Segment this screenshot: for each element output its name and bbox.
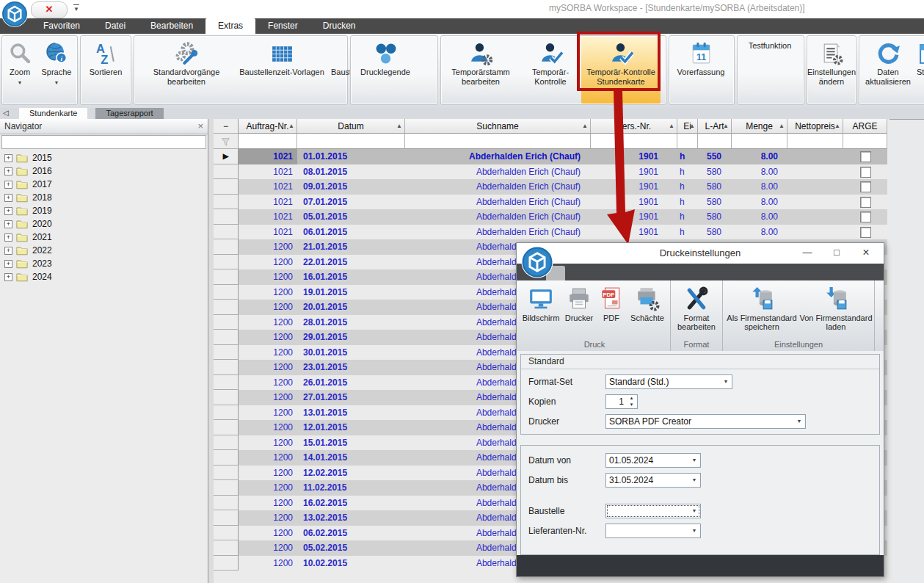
cell-datum[interactable]: 05.02.2015 (297, 540, 405, 556)
tree-expander-icon[interactable]: + (4, 207, 12, 215)
ribbon-button-tempor-r-kontrolle-stundenkarte[interactable]: Temporär-Kontrolle Stundenkarte (581, 37, 661, 104)
table-row[interactable]: 102108.01.2015Abderhalden Erich (Chauf)1… (214, 164, 890, 180)
row-indicator-cell[interactable] (214, 496, 239, 511)
row-indicator-cell[interactable] (214, 466, 239, 481)
row-indicator-cell[interactable] (214, 225, 239, 240)
ribbon-button-zoom[interactable]: Zoom▼ (3, 37, 37, 104)
row-indicator-cell[interactable] (214, 540, 239, 556)
tree-expander-icon[interactable]: + (4, 220, 12, 228)
cell-auftrag[interactable]: 1021 (239, 225, 297, 240)
tree-expander-icon[interactable]: + (4, 194, 12, 202)
tree-expander-icon[interactable]: + (4, 260, 12, 268)
cell-auftrag[interactable]: 1200 (239, 360, 297, 375)
cell-datum[interactable]: 12.01.2015 (297, 420, 405, 435)
combo-lieferanten-nr-[interactable]: ▼ (605, 524, 701, 538)
cell-auftrag[interactable]: 1021 (239, 179, 297, 195)
column-header-arge[interactable]: ARGE (843, 119, 887, 134)
ribbon-button-stun-an[interactable]: Stun an (916, 37, 924, 104)
filter-cell-menge[interactable] (732, 134, 787, 149)
cell-pers[interactable]: 1901 (591, 149, 677, 164)
cell-auftrag[interactable]: 1200 (239, 496, 297, 511)
cell-menge[interactable]: 8.00 (732, 149, 787, 164)
cell-datum[interactable]: 26.01.2015 (297, 375, 405, 391)
cell-arge[interactable] (843, 195, 887, 210)
cell-arge[interactable] (843, 149, 887, 164)
dialog-button-sch-chte[interactable]: Schächte (626, 282, 669, 340)
cell-datum[interactable]: 09.01.2015 (297, 179, 405, 195)
row-indicator-cell[interactable] (214, 164, 239, 180)
cell-suchname[interactable]: Abderhalden Erich (Chauf) (405, 179, 591, 195)
arge-checkbox[interactable] (860, 151, 871, 162)
cell-auftrag[interactable]: 1200 (239, 285, 297, 300)
row-indicator-cell[interactable] (214, 375, 239, 391)
row-indicator-cell[interactable] (214, 405, 239, 421)
tree-item-2016[interactable]: +2016 (3, 164, 206, 178)
cell-auftrag[interactable]: 1200 (239, 435, 297, 451)
quick-access-close-button[interactable]: ✕ (31, 1, 68, 18)
column-header-ei[interactable]: Ei▲ (677, 119, 698, 134)
cell-nettopreis[interactable] (787, 209, 843, 225)
cell-auftrag[interactable]: 1200 (239, 330, 297, 345)
row-indicator-cell[interactable] (214, 526, 239, 541)
cell-datum[interactable]: 07.01.2015 (297, 195, 405, 210)
dialog-button-pdf[interactable]: PDFPDF (597, 282, 626, 340)
tree-expander-icon[interactable]: + (4, 247, 12, 255)
tree-expander-icon[interactable]: + (4, 154, 12, 162)
cell-auftrag[interactable]: 1200 (239, 450, 297, 466)
filter-cell-nettopreis[interactable] (787, 134, 843, 149)
cell-lart[interactable]: 550 (698, 149, 732, 164)
chevron-down-icon[interactable]: ▼ (690, 524, 699, 537)
cell-datum[interactable]: 22.01.2015 (297, 255, 405, 270)
ribbon-button-daten-aktualisieren[interactable]: Daten aktualisieren (860, 37, 916, 104)
tree-item-2022[interactable]: +2022 (3, 244, 206, 257)
cell-lart[interactable]: 580 (698, 225, 732, 240)
cell-auftrag[interactable]: 1200 (239, 315, 297, 330)
ribbon-button-sortieren[interactable]: AZSortieren (81, 37, 130, 104)
chevron-down-icon[interactable]: ▼ (690, 454, 699, 467)
chevron-down-icon[interactable]: ▼ (690, 504, 699, 518)
table-row[interactable]: 102109.01.2015Abderhalden Erich (Chauf)1… (214, 179, 890, 195)
dialog-button-format-bearbeiten[interactable]: Format bearbeiten (672, 282, 721, 340)
cell-auftrag[interactable]: 1200 (239, 375, 297, 391)
menu-tab-datei[interactable]: Datei (92, 18, 138, 34)
cell-datum[interactable]: 30.01.2015 (297, 345, 405, 361)
cell-datum[interactable]: 21.01.2015 (297, 239, 405, 255)
cell-nettopreis[interactable] (787, 195, 843, 210)
cell-datum[interactable]: 29.01.2015 (297, 330, 405, 345)
cell-datum[interactable]: 12.02.2015 (297, 466, 405, 481)
cell-auftrag[interactable]: 1200 (239, 255, 297, 270)
arge-checkbox[interactable] (860, 167, 871, 178)
tree-item-2021[interactable]: +2021 (3, 231, 206, 244)
cell-menge[interactable]: 8.00 (732, 179, 787, 195)
cell-lart[interactable]: 580 (698, 195, 732, 210)
cell-nettopreis[interactable] (787, 179, 843, 195)
dialog-maximize-button[interactable]: □ (822, 243, 851, 264)
cell-suchname[interactable]: Abderhalden Erich (Chauf) (405, 149, 591, 164)
cell-suchname[interactable]: Abderhalden Erich (Chauf) (405, 164, 591, 180)
cell-arge[interactable] (843, 225, 887, 240)
cell-menge[interactable]: 8.00 (732, 195, 787, 210)
cell-auftrag[interactable]: 1200 (239, 390, 297, 405)
cell-datum[interactable]: 16.02.2015 (297, 496, 405, 511)
column-header-lart[interactable]: L-Art▲ (698, 119, 732, 134)
table-row[interactable]: 102106.01.2015Abderhalden Erich (Chauf)1… (214, 225, 890, 240)
cell-auftrag[interactable]: 1200 (239, 556, 297, 571)
tree-expander-icon[interactable]: + (4, 233, 12, 242)
cell-datum[interactable]: 13.01.2015 (297, 405, 405, 421)
cell-pers[interactable]: 1901 (591, 164, 677, 180)
cell-ei[interactable]: h (677, 164, 698, 180)
tree-item-2024[interactable]: +2024 (3, 270, 206, 283)
cell-menge[interactable]: 8.00 (732, 225, 787, 240)
cell-lart[interactable]: 580 (698, 179, 732, 195)
combo-datum-bis[interactable]: 31.05.2024▼ (605, 473, 701, 488)
cell-auftrag[interactable]: 1200 (239, 300, 297, 315)
cell-datum[interactable]: 23.01.2015 (297, 360, 405, 375)
cell-datum[interactable]: 14.01.2015 (297, 450, 405, 466)
chevron-down-icon[interactable]: ▼ (721, 375, 730, 388)
cell-auftrag[interactable]: 1200 (239, 239, 297, 255)
cell-auftrag[interactable]: 1021 (239, 164, 297, 180)
cell-suchname[interactable]: Abderhalden Erich (Chauf) (405, 209, 591, 225)
tree-expander-icon[interactable]: + (4, 181, 12, 189)
menu-tab-fenster[interactable]: Fenster (255, 18, 310, 34)
tree-item-2020[interactable]: +2020 (3, 217, 206, 231)
